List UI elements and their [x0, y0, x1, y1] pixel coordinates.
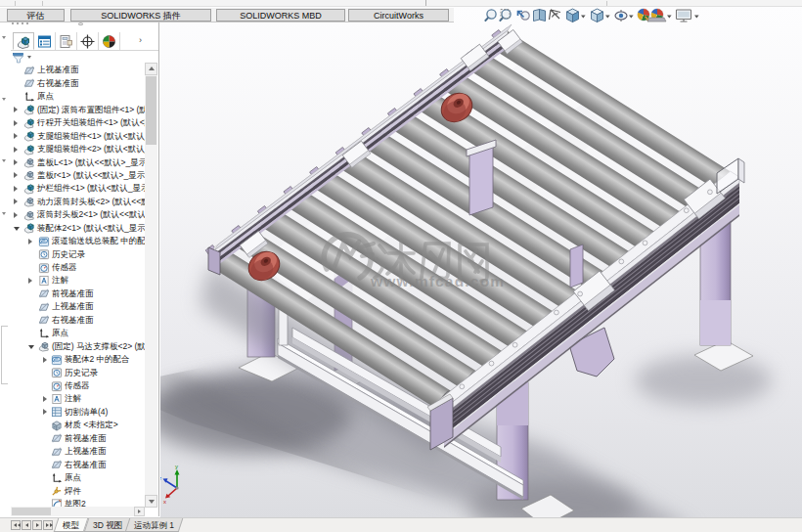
svg-text:z: z [160, 475, 161, 481]
svg-text:y: y [175, 464, 178, 469]
svg-text:www.mfcad.com: www.mfcad.com [370, 273, 505, 289]
svg-text:x: x [163, 499, 166, 505]
